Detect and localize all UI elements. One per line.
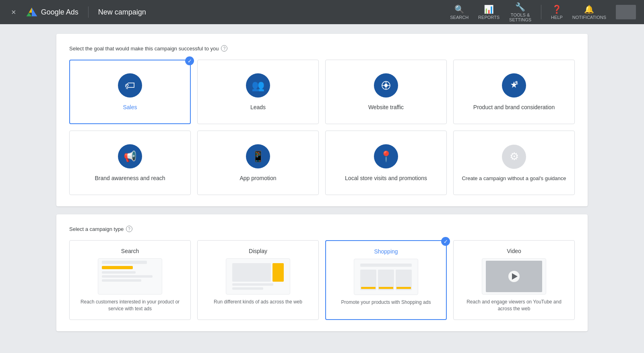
type-video[interactable]: Video Reach and engage viewers on YouTub… xyxy=(453,240,575,320)
type-grid: Search Reach customers interested in you… xyxy=(69,240,575,320)
type-search[interactable]: Search Reach customers interested in you… xyxy=(69,240,191,320)
awareness-icon: 📢 xyxy=(118,144,142,168)
nav-tools-label: TOOLS &SETTINGS xyxy=(509,12,531,22)
video-illus-content xyxy=(486,261,542,292)
type-display[interactable]: Display Run different kinds of ads acros… xyxy=(197,240,319,320)
video-illustration xyxy=(482,258,546,295)
video-type-label: Video xyxy=(507,248,521,254)
sales-icon: 🏷 xyxy=(118,73,142,98)
goal-section-label: Select the goal that would make this cam… xyxy=(69,45,575,52)
leads-icon: 👥 xyxy=(246,73,270,98)
goal-brand[interactable]: Product and brand consideration xyxy=(453,60,575,124)
nav-tools[interactable]: 🔧 TOOLS &SETTINGS xyxy=(509,2,531,22)
logo: Google Ads xyxy=(26,6,78,18)
goal-local[interactable]: 📍 Local store visits and promotions xyxy=(325,131,447,195)
search-type-desc: Reach customers interested in your produ… xyxy=(76,299,184,312)
goal-sales[interactable]: ✓ 🏷 Sales xyxy=(69,60,191,124)
traffic-label: Website traffic xyxy=(368,104,404,110)
play-icon xyxy=(508,271,520,282)
close-button[interactable]: × xyxy=(8,6,19,19)
display-illus-content xyxy=(230,261,286,292)
page-title: New campaign xyxy=(98,8,146,17)
brand-icon xyxy=(502,73,526,98)
nav-notifications[interactable]: 🔔 NOTIFICATIONS xyxy=(572,4,606,20)
shopping-checkmark: ✓ xyxy=(441,237,450,246)
selected-checkmark: ✓ xyxy=(185,56,194,65)
goal-label-text: Select the goal that would make this cam… xyxy=(69,46,219,52)
top-navigation: × Google Ads New campaign 🔍 SEARCH 📊 REP… xyxy=(0,0,644,24)
help-icon: ❓ xyxy=(552,4,562,14)
nav-reports[interactable]: 📊 REPORTS xyxy=(478,4,500,20)
goal-leads[interactable]: 👥 Leads xyxy=(197,60,319,124)
local-label: Local store visits and promotions xyxy=(345,175,427,181)
nav-reports-label: REPORTS xyxy=(478,15,500,20)
tools-icon: 🔧 xyxy=(515,2,525,12)
goal-brand-awareness[interactable]: 📢 Brand awareness and reach xyxy=(69,131,191,195)
no-goal-label: Create a campaign without a goal's guida… xyxy=(462,175,566,181)
search-illus-content xyxy=(102,261,158,292)
type-section: Select a campaign type ? Search Reach cu… xyxy=(56,214,588,331)
shopping-type-label: Shopping xyxy=(374,248,398,255)
app-icon: 📱 xyxy=(246,144,270,168)
svg-marker-3 xyxy=(32,8,37,17)
nav-divider xyxy=(88,6,89,18)
nav-search[interactable]: 🔍 SEARCH xyxy=(450,4,469,20)
reports-icon: 📊 xyxy=(484,4,494,14)
google-ads-logo-icon xyxy=(26,6,38,18)
traffic-icon xyxy=(374,73,398,98)
search-type-label: Search xyxy=(121,248,139,254)
brand-label: Product and brand consideration xyxy=(473,104,555,110)
no-goal-icon: ⚙ xyxy=(502,145,526,169)
goal-app[interactable]: 📱 App promotion xyxy=(197,131,319,195)
nav-right: 🔍 SEARCH 📊 REPORTS 🔧 TOOLS &SETTINGS ❓ H… xyxy=(450,2,636,22)
notifications-icon: 🔔 xyxy=(584,4,594,14)
video-type-desc: Reach and engage viewers on YouTube and … xyxy=(460,299,568,312)
display-illustration xyxy=(226,258,290,295)
goal-section: Select the goal that would make this cam… xyxy=(56,34,588,206)
display-type-label: Display xyxy=(249,248,267,254)
shopping-illustration xyxy=(354,259,418,295)
awareness-label: Brand awareness and reach xyxy=(95,175,165,181)
svg-point-10 xyxy=(516,83,518,85)
type-section-label: Select a campaign type ? xyxy=(69,226,575,232)
goal-help-icon[interactable]: ? xyxy=(221,45,227,52)
local-icon: 📍 xyxy=(374,144,398,168)
leads-label: Leads xyxy=(250,104,266,110)
nav-notifications-label: NOTIFICATIONS xyxy=(572,15,606,20)
page-content: Select the goal that would make this cam… xyxy=(0,24,644,341)
nav-search-label: SEARCH xyxy=(450,15,469,20)
goal-grid: ✓ 🏷 Sales 👥 Leads Webs xyxy=(69,60,575,195)
nav-separator xyxy=(541,5,541,19)
goal-website-traffic[interactable]: Website traffic xyxy=(325,60,447,124)
display-type-desc: Run different kinds of ads across the we… xyxy=(214,299,302,305)
goal-no-goal[interactable]: ⚙ Create a campaign without a goal's gui… xyxy=(453,131,575,195)
svg-marker-4 xyxy=(26,13,32,17)
shopping-type-desc: Promote your products with Shopping ads xyxy=(341,299,431,306)
search-icon: 🔍 xyxy=(454,4,464,14)
nav-help[interactable]: ❓ HELP xyxy=(551,4,563,20)
search-illustration xyxy=(98,258,162,295)
account-switcher[interactable] xyxy=(616,5,636,19)
type-help-icon[interactable]: ? xyxy=(126,226,132,232)
app-name: Google Ads xyxy=(41,8,78,17)
sales-label: Sales xyxy=(123,104,137,110)
type-shopping[interactable]: ✓ Shopping xyxy=(325,240,447,320)
nav-help-label: HELP xyxy=(551,15,563,20)
type-label-text: Select a campaign type xyxy=(69,226,124,232)
app-label: App promotion xyxy=(239,175,276,181)
shopping-illus-content xyxy=(358,261,414,293)
svg-marker-2 xyxy=(29,8,32,13)
